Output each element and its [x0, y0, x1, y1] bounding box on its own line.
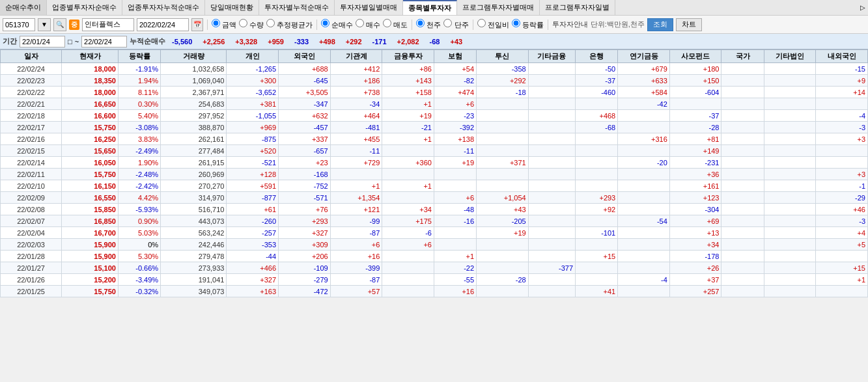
query-button[interactable]: 조회 — [647, 18, 673, 31]
cell-r11-c11: +293 — [576, 192, 618, 204]
table-row[interactable]: 22/02/0416,7005.03%563,242-257+327-87-6+… — [1, 227, 868, 239]
cell-r10-c0: 22/02/10 — [1, 180, 62, 192]
cell-r1-c10 — [528, 75, 575, 87]
cell-r17-c12 — [618, 262, 670, 274]
unit-label: 단위:백만원,천주 — [591, 20, 645, 29]
cell-r17-c10: -377 — [528, 262, 575, 274]
cell-r2-c13: -604 — [669, 87, 721, 98]
table-row[interactable]: 22/02/2418,000-1.91%1,032,658-1,265+688+… — [1, 63, 868, 75]
period-tilde: ~ — [75, 38, 79, 46]
nav-tab-0[interactable]: 순매수추이 — [0, 0, 47, 15]
cell-r4-c0: 22/02/18 — [1, 110, 62, 122]
cell-r17-c1: 15,100 — [62, 262, 119, 274]
cell-r17-c8: -22 — [434, 262, 476, 274]
cell-r12-c6: +121 — [330, 204, 382, 215]
table-row[interactable]: 22/02/0815,850-5.93%516,710+61+76+121+34… — [1, 204, 868, 215]
cell-r5-c2: -3.08% — [118, 122, 160, 133]
table-row[interactable]: 22/02/0716,8500.90%443,073-260+293-99+17… — [1, 215, 868, 227]
cell-r19-c10 — [528, 286, 575, 297]
table-row[interactable]: 22/01/2815,9005.30%279,478-44+206+16+1+1… — [1, 251, 868, 262]
cell-r6-c12: +316 — [618, 133, 670, 145]
date-input[interactable] — [137, 18, 189, 31]
cell-r4-c12 — [618, 110, 670, 122]
radio-all-label[interactable]: 전일비 — [477, 19, 509, 30]
radio-amount-label[interactable]: 금액 — [212, 19, 236, 30]
table-row[interactable]: 22/02/1416,0501.90%261,915-521+23+729+36… — [1, 157, 868, 169]
cell-r4-c7: +19 — [382, 110, 434, 122]
cell-r9-c8 — [434, 169, 476, 180]
date-from-input[interactable] — [20, 36, 65, 48]
table-row[interactable]: 22/02/2318,3501.94%1,069,040+300-645+186… — [1, 75, 868, 87]
nav-tab-6[interactable]: 종목별투자자 — [403, 0, 457, 15]
cell-r1-c15 — [764, 75, 816, 87]
radio-thousand-label[interactable]: 천주 — [416, 19, 441, 30]
cell-r12-c7: +34 — [382, 204, 434, 215]
cell-r5-c5: -457 — [279, 122, 331, 133]
cell-r2-c14 — [721, 87, 764, 98]
nav-tab-4[interactable]: 투자자별누적순매수 — [259, 0, 335, 15]
cell-r16-c13: -178 — [669, 251, 721, 262]
cell-r16-c7 — [382, 251, 434, 262]
summary-val10: -68 — [426, 38, 444, 46]
stock-dropdown-btn[interactable]: ▼ — [38, 18, 51, 31]
cell-r8-c9: +371 — [477, 157, 529, 169]
cell-r0-c14 — [721, 63, 764, 75]
cell-r9-c2: -2.48% — [118, 169, 160, 180]
cell-r0-c15 — [764, 63, 816, 75]
cell-r18-c4: +327 — [227, 274, 279, 286]
col-header-0: 일자 — [1, 50, 62, 63]
cell-r18-c11 — [576, 274, 618, 286]
radio-buy-label[interactable]: 순매수 — [321, 19, 353, 30]
table-row[interactable]: 22/02/1816,6005.40%297,952-1,055+632+464… — [1, 110, 868, 122]
table-row[interactable]: 22/02/1515,650-2.49%277,484+520-657-11-1… — [1, 145, 868, 157]
table-row[interactable]: 22/01/2515,750-0.32%349,073+163-472+57+1… — [1, 286, 868, 297]
radio-count-label[interactable]: 수량 — [239, 19, 264, 30]
radio-rate-label[interactable]: 등락률 — [512, 19, 544, 30]
date-to-input[interactable] — [81, 36, 127, 48]
table-row[interactable]: 22/01/2715,100-0.66%273,933+466-109-399-… — [1, 262, 868, 274]
table-row[interactable]: 22/02/2218,0008.11%2,367,971-3,652+3,505… — [1, 87, 868, 98]
cell-r14-c12 — [618, 227, 670, 239]
cell-r16-c16 — [816, 251, 868, 262]
stock-name-input[interactable] — [82, 18, 134, 31]
cell-r7-c0: 22/02/15 — [1, 145, 62, 157]
search-icon[interactable]: 🔍 — [53, 18, 66, 31]
table-row[interactable]: 22/02/1715,750-3.08%388,870+969-457-481-… — [1, 122, 868, 133]
cell-r4-c3: 297,952 — [161, 110, 227, 122]
table-row[interactable]: 22/02/0315,9000%242,446-353+309+6+6+34+5 — [1, 239, 868, 251]
calendar-btn[interactable]: 📅 — [191, 18, 203, 31]
cell-r0-c1: 18,000 — [62, 63, 119, 75]
radio-single-label[interactable]: 단주 — [443, 19, 468, 30]
radio-buyonly-label[interactable]: 매수 — [356, 19, 380, 30]
nav-tab-5[interactable]: 투자자별일별매매 — [335, 0, 403, 15]
cell-r11-c8: +6 — [434, 192, 476, 204]
cell-r8-c4: -521 — [227, 157, 279, 169]
table-row[interactable]: 22/02/1115,750-2.48%260,969+128-168+36+3 — [1, 169, 868, 180]
cell-r8-c10 — [528, 157, 575, 169]
nav-tab-3[interactable]: 당일매매현황 — [205, 0, 259, 15]
table-row[interactable]: 22/02/1016,150-2.42%270,270+591-752+1+1+… — [1, 180, 868, 192]
radio-sell-label[interactable]: 매도 — [383, 19, 408, 30]
cell-r0-c5: +688 — [279, 63, 331, 75]
nav-tab-2[interactable]: 업종투자자누적순매수 — [122, 0, 205, 15]
table-row[interactable]: 22/01/2615,200-3.49%191,041+327-279-87-5… — [1, 274, 868, 286]
cell-r4-c1: 16,600 — [62, 110, 119, 122]
cell-r13-c1: 16,850 — [62, 215, 119, 227]
table-row[interactable]: 22/02/2116,6500.30%254,683+381-347-34+1+… — [1, 98, 868, 110]
nav-scroll-right[interactable]: ▷ — [858, 3, 868, 12]
table-row[interactable]: 22/02/1616,2503.83%262,161-875+337+455+1… — [1, 133, 868, 145]
chart-button[interactable]: 차트 — [676, 18, 702, 31]
table-row[interactable]: 22/02/0916,5504.42%314,970-877-571+1,354… — [1, 192, 868, 204]
nav-tab-7[interactable]: 프로그램투자자별매매 — [457, 0, 540, 15]
cell-r12-c10 — [528, 204, 575, 215]
nav-tab-1[interactable]: 업종별투자자순매수 — [47, 0, 122, 15]
cell-r10-c1: 16,150 — [62, 180, 119, 192]
nav-tab-8[interactable]: 프로그램투자자일별 — [540, 0, 615, 15]
cell-r14-c2: 5.03% — [118, 227, 160, 239]
radio-avg-label[interactable]: 추정평균가 — [266, 19, 313, 30]
cell-r2-c11: -460 — [576, 87, 618, 98]
stock-code-input[interactable] — [3, 18, 35, 31]
cell-r9-c14 — [721, 169, 764, 180]
cell-r18-c0: 22/01/26 — [1, 274, 62, 286]
cell-r11-c9: +1,054 — [477, 192, 529, 204]
